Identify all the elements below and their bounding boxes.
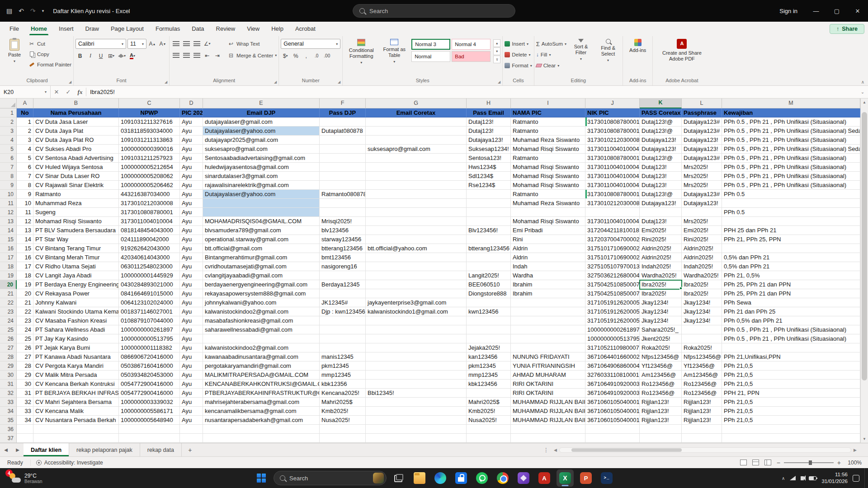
- cell[interactable]: 3275105107970013: [585, 262, 640, 271]
- cell[interactable]: [467, 262, 511, 271]
- cell[interactable]: Sentosaabadiadvertaising@gmail.com: [203, 154, 320, 163]
- cell[interactable]: Nusa2025!: [320, 416, 366, 425]
- cell[interactable]: [366, 117, 467, 127]
- cell[interactable]: Ibra2025!: [640, 280, 682, 289]
- fill-button[interactable]: ↓Fill▾: [536, 50, 566, 60]
- cell[interactable]: mmp12345: [467, 371, 511, 380]
- start-button[interactable]: [253, 469, 270, 487]
- cell[interactable]: PPh 0.5 , PPh 21 , PPh Unifikasi (Situas…: [722, 145, 860, 154]
- cell[interactable]: [467, 253, 511, 262]
- cell[interactable]: Dutaj123!: [467, 127, 511, 136]
- row-header[interactable]: 13: [0, 217, 17, 226]
- cell[interactable]: Diongstore888: [467, 289, 511, 298]
- cell[interactable]: Rini2025!: [682, 235, 722, 244]
- cell[interactable]: [203, 425, 320, 434]
- italic-button[interactable]: I: [86, 51, 95, 61]
- cell[interactable]: [511, 307, 585, 316]
- powerpoint-icon[interactable]: P: [577, 469, 594, 487]
- menu-tab-acrobat[interactable]: Acrobat: [289, 23, 321, 35]
- cell[interactable]: Mrs2025!: [682, 217, 722, 226]
- minimize-button[interactable]: —: [806, 0, 826, 22]
- cell[interactable]: starway123456: [320, 235, 366, 244]
- cell[interactable]: CV Bintang Merah Timur: [33, 253, 119, 262]
- cell[interactable]: mmp12345: [320, 371, 366, 380]
- cell[interactable]: Aldrin2025!: [682, 253, 722, 262]
- cell[interactable]: PPh 21,0,5: [722, 398, 860, 407]
- excel-icon[interactable]: X: [557, 469, 574, 487]
- scroll-left-icon[interactable]: ◀: [552, 448, 559, 452]
- column-header[interactable]: H: [467, 99, 511, 108]
- cell[interactable]: Ayu: [180, 172, 203, 181]
- cut-button[interactable]: ✂Cut: [28, 39, 71, 48]
- row-header[interactable]: 16: [0, 244, 17, 253]
- row-header[interactable]: 3: [0, 127, 17, 136]
- cell[interactable]: Ayu: [180, 217, 203, 226]
- cell[interactable]: 443216387034000: [119, 190, 180, 199]
- dialog-launcher-icon[interactable]: ◢: [69, 80, 71, 84]
- cell[interactable]: 0841664691015000: [119, 289, 180, 298]
- cell[interactable]: 3671060105040001: [585, 416, 640, 425]
- chrome-icon[interactable]: [494, 469, 511, 487]
- cell[interactable]: Sentosa123!: [467, 154, 511, 163]
- cell[interactable]: Rini: [511, 235, 585, 244]
- cell[interactable]: [203, 208, 320, 217]
- cell[interactable]: PT Berdaya Energy Engineering: [33, 280, 119, 289]
- dialog-launcher-icon[interactable]: ◢: [338, 80, 340, 84]
- cell[interactable]: Mrisqi2025!: [320, 217, 366, 226]
- cell[interactable]: mahrisejahterabersama@gmail.com: [203, 398, 320, 407]
- cell[interactable]: [366, 136, 467, 145]
- expand-formula-bar-icon[interactable]: ⌄: [857, 86, 868, 98]
- cell[interactable]: [682, 425, 722, 434]
- cell[interactable]: Kewajiban: [722, 108, 860, 117]
- cell[interactable]: PASS Coretax: [640, 108, 682, 117]
- cell[interactable]: Sahara2025!_: [640, 325, 682, 334]
- cell[interactable]: Dutaj123!: [640, 163, 682, 172]
- cell[interactable]: CV Rekayasa Power: [33, 289, 119, 298]
- cell[interactable]: Ayu: [180, 262, 203, 271]
- cell[interactable]: RIRI OKTARINI: [511, 389, 585, 398]
- cell[interactable]: Aldrin2025!: [640, 244, 682, 253]
- cell[interactable]: blvsamudera789@gmail.com: [203, 226, 320, 235]
- taskbar-clock[interactable]: 11:56 31/01/2026: [821, 471, 848, 485]
- cell[interactable]: Mohamad Risqi Siswanto: [511, 181, 585, 190]
- cell[interactable]: [722, 244, 860, 253]
- cell[interactable]: 2: [17, 127, 33, 136]
- cell[interactable]: btterang123456: [467, 244, 511, 253]
- cell[interactable]: 10: [17, 199, 33, 208]
- show-desktop-button[interactable]: [864, 468, 866, 488]
- merge-center-button[interactable]: ⊟Merge & Center▾: [227, 51, 277, 60]
- cell[interactable]: [33, 434, 119, 443]
- cell[interactable]: Ratmanto: [511, 127, 585, 136]
- cell[interactable]: 3173010212030008: [119, 199, 180, 208]
- cell[interactable]: [366, 235, 467, 244]
- cell[interactable]: Mohamad Risqi Siswanto: [511, 145, 585, 154]
- cell[interactable]: Hws1234$: [467, 163, 511, 172]
- column-header[interactable]: K: [640, 99, 682, 108]
- cell[interactable]: Yf123456@: [640, 361, 682, 371]
- cell[interactable]: [320, 145, 366, 154]
- cell[interactable]: Dutaj123!@: [640, 117, 682, 127]
- vertical-scrollbar[interactable]: ▲ ▼: [860, 99, 868, 443]
- cell[interactable]: CV Ridho Utama Sejati: [33, 262, 119, 271]
- cell[interactable]: 12: [17, 217, 33, 226]
- cell[interactable]: 3671064910920003: [585, 389, 640, 398]
- row-header[interactable]: 26: [0, 334, 17, 343]
- cell[interactable]: kalwanistockindoo2@gmail.com: [203, 307, 320, 316]
- cell[interactable]: MOHAMADRISQIS04@GMAIL.COM: [203, 217, 320, 226]
- cell[interactable]: Ro123456@: [640, 389, 682, 398]
- cell[interactable]: RIRI OKTARINI: [511, 380, 585, 389]
- percent-format-icon[interactable]: %: [291, 51, 300, 61]
- copy-button[interactable]: Copy: [28, 49, 71, 59]
- menu-tab-help[interactable]: Help: [265, 23, 289, 35]
- cell[interactable]: 5: [17, 154, 33, 163]
- cell[interactable]: Ayu: [180, 325, 203, 334]
- cell[interactable]: 24: [17, 325, 33, 334]
- maximize-button[interactable]: ▢: [826, 0, 847, 22]
- cell[interactable]: 25: [17, 334, 33, 343]
- cell[interactable]: sinardutalaser3@gmail.com: [203, 172, 320, 181]
- menu-tab-insert[interactable]: Insert: [53, 23, 80, 35]
- cell[interactable]: MUHAMMAD RIJJLAN BAIK: [511, 398, 585, 407]
- cell[interactable]: [366, 352, 467, 361]
- cell[interactable]: 1000000005648940: [119, 416, 180, 425]
- cell[interactable]: [320, 154, 366, 163]
